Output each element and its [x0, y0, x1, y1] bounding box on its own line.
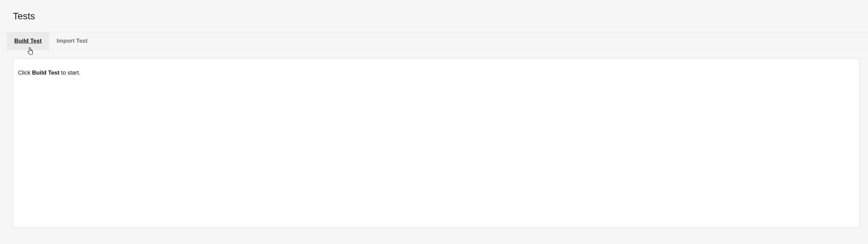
instruction-bold: Build Test	[32, 69, 60, 76]
tab-import-test[interactable]: Import Test	[49, 32, 95, 50]
page-title: Tests	[13, 11, 868, 22]
tab-build-test[interactable]: Build Test	[7, 32, 49, 50]
instruction-text: Click Build Test to start.	[18, 69, 855, 76]
content-wrap: Click Build Test to start.	[0, 50, 868, 228]
instruction-suffix: to start.	[59, 69, 80, 76]
content-panel: Click Build Test to start.	[13, 58, 860, 228]
tabs-row: Build Test Import Test	[0, 32, 868, 50]
instruction-prefix: Click	[18, 69, 32, 76]
page-header: Tests	[0, 0, 868, 32]
